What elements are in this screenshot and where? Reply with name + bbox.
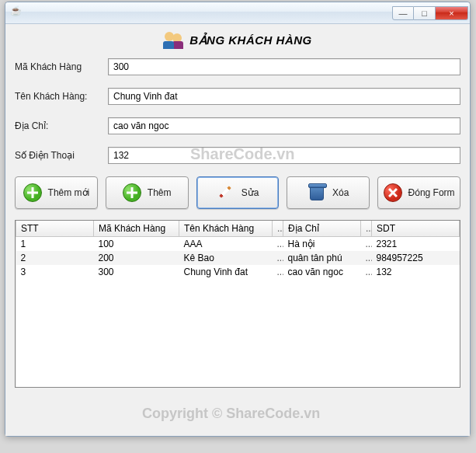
java-icon [10,7,23,19]
grid-header-row: STT Mã Khách Hàng Tên Khách Hàng ... Địa… [16,221,460,237]
trash-icon [310,185,324,200]
cell-ten-kh: AAA [179,237,273,252]
ma-kh-input[interactable] [108,58,460,75]
them-moi-label: Thêm mới [48,187,90,198]
cell-stt: 1 [16,237,94,252]
cell-dia-chi: cao văn ngoc [283,265,361,279]
cell-ten-kh: Chung Vinh đat [179,265,273,279]
table-row[interactable]: 3300Chung Vinh đat...cao văn ngoc...132 [16,265,460,279]
cell-ellipsis: ... [361,251,372,265]
cell-ellipsis: ... [361,237,372,252]
cell-stt: 3 [16,265,94,279]
window-client-area: BẢNG KHÁCH HÀNG Mã Khách Hàng Tên Khách … [5,24,470,436]
maximize-button[interactable]: □ [414,6,436,20]
table-row[interactable]: 1100AAA...Hà nội...2321 [16,237,460,252]
them-button[interactable]: Thêm [106,176,189,209]
cell-ellipsis: ... [361,265,372,279]
cell-ma-kh: 200 [94,251,179,265]
plus-icon [123,183,141,202]
cell-ellipsis: ... [273,237,283,252]
customers-grid[interactable]: STT Mã Khách Hàng Tên Khách Hàng ... Địa… [15,220,460,388]
action-button-row: Thêm mới Thêm Sửa Xóa Đóng Form [15,176,460,209]
cell-dia-chi: Hà nội [283,237,361,252]
col-sdt[interactable]: SDT [372,221,460,237]
app-window: — □ × BẢNG KHÁCH HÀNG Mã Khách Hàng Tên … [5,2,471,437]
copyright-watermark: Copyright © ShareCode.vn [142,406,320,422]
sdt-input[interactable] [108,147,460,164]
cell-dia-chi: quân tân phú [283,251,361,265]
pencil-icon [217,183,235,202]
col-ellipsis: ... [273,221,283,237]
ten-kh-label: Tên Khách Hàng: [15,91,108,102]
cell-ma-kh: 300 [94,265,179,279]
cell-ellipsis: ... [273,251,283,265]
plus-icon [23,183,42,202]
dia-chi-label: Địa Chỉ: [15,120,108,131]
col-ma-kh[interactable]: Mã Khách Hàng [94,221,179,237]
dia-chi-input[interactable] [108,117,460,134]
customer-form: Mã Khách Hàng Tên Khách Hàng: Địa Chỉ: S… [15,58,460,164]
sua-label: Sửa [241,187,259,198]
dong-form-label: Đóng Form [408,187,455,198]
xoa-label: Xóa [332,187,349,198]
close-icon [384,183,402,202]
col-ellipsis: ... [361,221,372,237]
xoa-button[interactable]: Xóa [287,176,370,209]
page-title: BẢNG KHÁCH HÀNG [189,33,312,47]
close-button[interactable]: × [436,6,468,20]
them-label: Thêm [148,187,172,198]
ten-kh-input[interactable] [108,88,460,105]
table-row[interactable]: 2200Kê Bao...quân tân phú...984957225 [16,251,460,265]
window-controls: — □ × [392,6,468,20]
cell-sdt: 132 [372,265,460,279]
cell-sdt: 984957225 [372,251,460,265]
cell-ellipsis: ... [273,265,283,279]
sua-button[interactable]: Sửa [196,176,280,209]
cell-stt: 2 [16,251,94,265]
them-moi-button[interactable]: Thêm mới [15,176,98,209]
titlebar[interactable]: — □ × [5,2,470,24]
cell-ma-kh: 100 [94,237,179,252]
minimize-button[interactable]: — [392,6,414,20]
dong-form-button[interactable]: Đóng Form [377,176,460,209]
customers-icon [163,30,183,51]
form-header: BẢNG KHÁCH HÀNG [15,27,460,54]
col-ten-kh[interactable]: Tên Khách Hàng [179,221,273,237]
col-stt[interactable]: STT [16,221,94,237]
col-dia-chi[interactable]: Địa Chỉ [283,221,361,237]
sdt-label: Số Điện Thoại [15,150,108,161]
ma-kh-label: Mã Khách Hàng [15,61,108,72]
cell-sdt: 2321 [372,237,460,252]
cell-ten-kh: Kê Bao [179,251,273,265]
